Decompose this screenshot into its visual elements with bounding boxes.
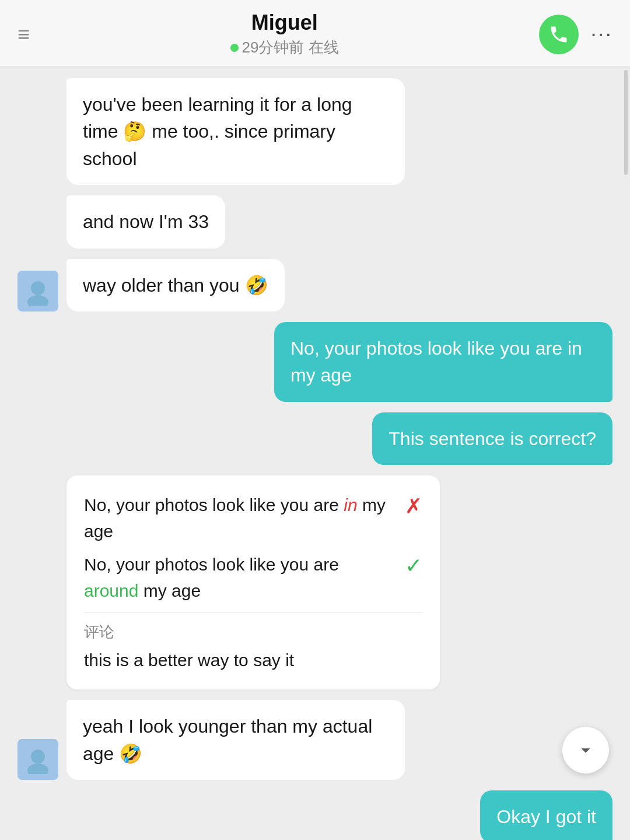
wrong-icon: ✗: [405, 494, 422, 519]
correct-prefix: No, your photos look like you are: [84, 555, 339, 574]
more-icon[interactable]: ···: [590, 22, 612, 47]
correct-text: No, your photos look like you are around…: [84, 551, 396, 604]
status-text: 29分钟前 在线: [242, 37, 339, 58]
chat-bubble-left: and now I'm 33: [66, 195, 225, 248]
wrong-word: in: [344, 495, 357, 514]
correct-word: around: [84, 581, 138, 600]
message-row: way older than you 🤣: [18, 259, 612, 312]
chat-bubble-right: No, your photos look like you are in my …: [274, 322, 612, 402]
contact-status: 29分钟前 在线: [30, 37, 539, 58]
chat-area: you've been learning it for a long time …: [0, 66, 630, 840]
correct-icon: ✓: [405, 554, 422, 578]
scroll-down-button[interactable]: [562, 727, 609, 774]
header-left: ≡: [18, 22, 30, 47]
correction-card: No, your photos look like you are in my …: [66, 475, 440, 690]
wrong-correction-row: No, your photos look like you are in my …: [84, 492, 422, 544]
message-row: No, your photos look like you are in my …: [18, 322, 612, 402]
phone-button[interactable]: [539, 15, 579, 54]
avatar: [18, 739, 58, 780]
comment-label: 评论: [84, 622, 422, 642]
wrong-prefix: No, your photos look like you are: [84, 495, 344, 514]
chat-bubble-left: you've been learning it for a long time …: [66, 78, 405, 185]
message-row: Okay I got it: [18, 790, 612, 840]
chevron-down-icon: [575, 740, 596, 761]
message-row: yeah I look younger than my actual age 🤣: [18, 700, 612, 780]
avatar-image: [23, 745, 52, 774]
svg-point-0: [31, 281, 45, 295]
avatar-placeholder: [18, 208, 58, 249]
svg-point-2: [31, 750, 45, 764]
scroll-indicator: [624, 70, 628, 175]
header: ≡ Miguel 29分钟前 在线 ···: [0, 0, 630, 66]
message-row: you've been learning it for a long time …: [18, 78, 612, 185]
chat-bubble-left: yeah I look younger than my actual age 🤣: [66, 700, 405, 780]
avatar-image: [23, 276, 52, 306]
contact-name: Miguel: [30, 10, 539, 35]
phone-icon: [548, 24, 569, 45]
correct-correction-row: No, your photos look like you are around…: [84, 551, 422, 604]
chat-bubble-right: Okay I got it: [480, 790, 612, 840]
wrong-text: No, your photos look like you are in my …: [84, 492, 396, 544]
comment-text: this is a better way to say it: [84, 647, 422, 673]
correction-divider: [84, 612, 422, 612]
svg-point-1: [27, 295, 48, 306]
chat-bubble-left: way older than you 🤣: [66, 259, 285, 312]
chat-bubble-right: This sentence is correct?: [372, 412, 612, 465]
screen: ≡ Miguel 29分钟前 在线 ··· you've been learni…: [0, 0, 630, 840]
menu-icon[interactable]: ≡: [18, 22, 30, 47]
correct-suffix: my age: [138, 581, 201, 600]
header-center: Miguel 29分钟前 在线: [30, 10, 539, 58]
message-row: and now I'm 33: [18, 195, 612, 248]
avatar: [18, 271, 58, 312]
avatar-placeholder: [18, 144, 58, 185]
message-row: This sentence is correct?: [18, 412, 612, 465]
online-dot: [230, 44, 239, 52]
header-right: ···: [539, 15, 612, 54]
svg-point-3: [27, 764, 48, 774]
